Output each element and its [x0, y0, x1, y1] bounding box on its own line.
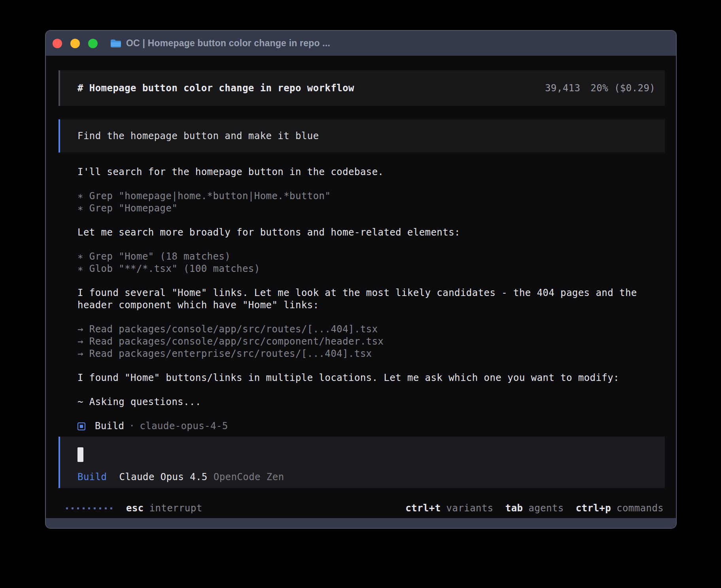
spinner-dots — [66, 507, 112, 509]
hint-interrupt: esc interrupt — [126, 502, 202, 514]
close-button[interactable] — [53, 39, 62, 48]
input-model: Claude Opus 4.5 — [119, 471, 208, 483]
titlebar: OC | Homepage button color change in rep… — [46, 31, 676, 56]
spinner-dot — [99, 507, 101, 509]
spinner-dot — [88, 507, 90, 509]
hint-variants: ctrl+tvariants — [406, 502, 494, 514]
session-stats: 39,413 20% ($0.29) — [545, 82, 655, 94]
context-usage-cost: 20% ($0.29) — [591, 82, 655, 94]
hint-key: tab — [505, 502, 523, 514]
spinner-dot — [83, 507, 85, 509]
assistant-text-line: header component which have "Home" links… — [77, 299, 666, 311]
minimize-button[interactable] — [70, 39, 80, 48]
status-left: esc interrupt — [66, 502, 202, 514]
hint-label: variants — [446, 502, 493, 514]
traffic-lights — [53, 39, 98, 48]
hint-label: commands — [617, 502, 664, 514]
assistant-text-line: I'll search for the homepage button in t… — [77, 166, 666, 178]
agent-name: Build — [95, 420, 125, 432]
token-count: 39,413 — [545, 82, 580, 94]
terminal-window: OC | Homepage button color change in rep… — [45, 30, 677, 529]
hint-label: interrupt — [149, 502, 202, 514]
footer-strip — [46, 518, 676, 528]
keyboard-hints: ctrl+tvariantstabagentsctrl+pcommands — [406, 502, 664, 514]
assistant-text-line: I found several "Home" links. Let me loo… — [77, 287, 666, 299]
zoom-button[interactable] — [88, 39, 98, 48]
assistant-text-block: I found several "Home" links. Let me loo… — [77, 287, 666, 311]
text-cursor — [77, 447, 83, 462]
agent-status-row: Build · claude-opus-4-5 — [77, 420, 666, 432]
assistant-text-line: Let me search more broadly for buttons a… — [77, 226, 666, 239]
prompt-input[interactable]: Build Claude Opus 4.5 OpenCode Zen — [59, 437, 665, 488]
tool-call-line: → Read packages/console/app/src/componen… — [77, 335, 666, 348]
spinner-dot — [66, 507, 68, 509]
hint-key: ctrl+t — [406, 502, 441, 514]
spinner-dot — [94, 507, 96, 509]
tool-call-line: ∗ Grep "Homepage" — [77, 202, 666, 215]
assistant-read-block: → Read packages/console/app/src/routes/[… — [77, 323, 666, 360]
agent-model: claude-opus-4-5 — [140, 420, 228, 432]
input-mode: Build — [77, 471, 107, 483]
conversation: I'll search for the homepage button in t… — [77, 166, 666, 432]
folder-icon — [110, 39, 121, 48]
spinner-dot — [72, 507, 74, 509]
hint-label: agents — [528, 502, 564, 514]
user-message-text: Find the homepage button and make it blu… — [77, 130, 319, 142]
assistant-text-block: I found "Home" buttons/links in multiple… — [77, 372, 666, 384]
hint-key: esc — [126, 502, 144, 514]
status-bar: esc interrupt ctrl+tvariantstabagentsctr… — [66, 501, 664, 515]
assistant-text-line: I found "Home" buttons/links in multiple… — [77, 372, 666, 384]
spinner-dot — [110, 507, 112, 509]
tool-call-line: ∗ Grep "Home" (18 matches) — [77, 251, 666, 263]
session-title: # Homepage button color change in repo w… — [77, 82, 354, 94]
session-header: # Homepage button color change in repo w… — [59, 70, 665, 106]
user-message: Find the homepage button and make it blu… — [59, 119, 665, 153]
assistant-tool-block: ∗ Grep "homepage|home.*button|Home.*butt… — [77, 190, 666, 215]
agent-build-icon — [77, 422, 85, 430]
tool-call-line: → Read packages/console/app/src/routes/[… — [77, 323, 666, 335]
tool-call-line: → Read packages/enterprise/src/routes/[.… — [77, 348, 666, 360]
spinner-dot — [77, 507, 79, 509]
hint-agents: tabagents — [505, 502, 564, 514]
assistant-text-line: ~ Asking questions... — [77, 396, 666, 408]
spinner-dot — [105, 507, 107, 509]
window-title: OC | Homepage button color change in rep… — [126, 38, 330, 49]
assistant-text-block: I'll search for the homepage button in t… — [77, 166, 666, 178]
assistant-text-block: Let me search more broadly for buttons a… — [77, 226, 666, 239]
agent-separator: · — [129, 420, 135, 432]
assistant-tool-block: ∗ Grep "Home" (18 matches)∗ Glob "**/*.t… — [77, 251, 666, 275]
tool-call-line: ∗ Glob "**/*.tsx" (100 matches) — [77, 263, 666, 275]
tool-call-line: ∗ Grep "homepage|home.*button|Home.*butt… — [77, 190, 666, 202]
input-meta: Build Claude Opus 4.5 OpenCode Zen — [77, 471, 284, 483]
hint-commands: ctrl+pcommands — [576, 502, 664, 514]
input-provider: OpenCode Zen — [213, 471, 284, 483]
hint-key: ctrl+p — [576, 502, 611, 514]
assistant-text-block: ~ Asking questions... — [77, 396, 666, 408]
